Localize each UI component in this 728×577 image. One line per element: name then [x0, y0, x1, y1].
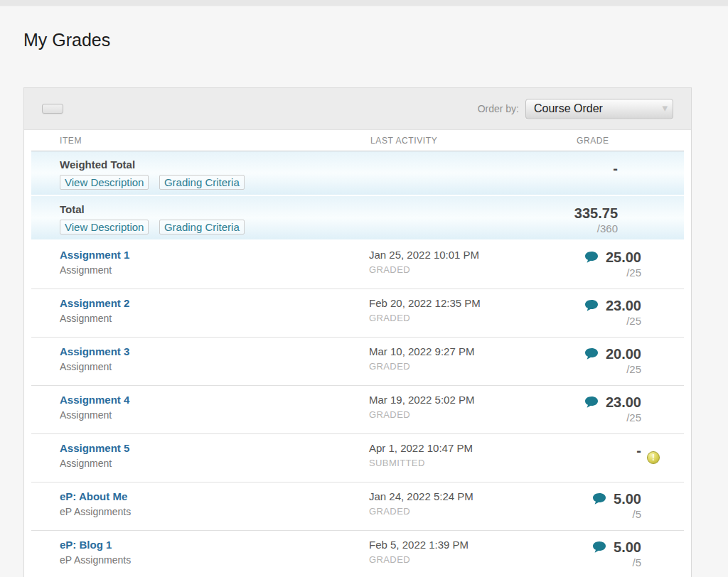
- status-label: SUBMITTED: [369, 458, 556, 468]
- column-header-grade: GRADE: [577, 136, 609, 146]
- table-row: eP: Blog 1 eP Assignments Feb 5, 2022 1:…: [24, 531, 691, 577]
- grade-value: 25.00: [606, 249, 641, 266]
- last-activity-date: Mar 19, 2022 5:02 PM: [369, 394, 556, 406]
- item-category: Assignment: [60, 264, 369, 276]
- comment-icon[interactable]: [584, 251, 599, 264]
- grade-value: 5.00: [614, 490, 641, 507]
- order-by-group: Order by: Course Order ▾: [478, 99, 673, 119]
- table-row: Assignment 1 Assignment Jan 25, 2022 10:…: [24, 241, 691, 289]
- summary-rows: Weighted Total View Description Grading …: [24, 151, 691, 239]
- tab-graded[interactable]: [77, 104, 99, 114]
- summary-title: Total: [60, 203, 549, 215]
- summary-grade-value: -: [549, 160, 618, 177]
- chevron-down-icon: ▾: [662, 102, 668, 113]
- item-title-link[interactable]: eP: About Me: [60, 490, 127, 502]
- tab-all[interactable]: [42, 104, 63, 114]
- table-row: Assignment 3 Assignment Mar 10, 2022 9:2…: [24, 338, 691, 386]
- page-title: My Grades: [23, 30, 728, 50]
- view-description-link[interactable]: View Description: [60, 220, 149, 234]
- comment-icon[interactable]: [592, 492, 606, 505]
- status-label: GRADED: [369, 313, 556, 323]
- table-row: Assignment 5 Assignment Apr 1, 2022 10:4…: [24, 434, 691, 482]
- last-activity-date: Jan 24, 2022 5:24 PM: [369, 490, 556, 502]
- last-activity-date: Apr 1, 2022 10:47 PM: [369, 442, 556, 454]
- item-title-link[interactable]: Assignment 4: [60, 394, 129, 406]
- column-header-item: ITEM: [60, 136, 82, 146]
- item-category: Assignment: [60, 458, 369, 469]
- alert-icon[interactable]: !: [647, 451, 660, 464]
- table-header: ITEM LAST ACTIVITY GRADE: [24, 130, 691, 151]
- last-activity-date: Feb 20, 2022 12:35 PM: [369, 297, 556, 309]
- tab-submitted[interactable]: [149, 104, 170, 114]
- grade-value: 23.00: [606, 394, 641, 411]
- table-row: Assignment 2 Assignment Feb 20, 2022 12:…: [24, 289, 691, 338]
- summary-grade-value: 335.75: [549, 205, 618, 222]
- item-category: eP Assignments: [60, 554, 369, 566]
- top-strip: [0, 0, 728, 6]
- grade-value: 20.00: [606, 345, 641, 362]
- grade-max: /25: [556, 315, 641, 327]
- grade-value: -: [636, 442, 641, 459]
- status-label: GRADED: [369, 506, 556, 517]
- grade-value: 23.00: [606, 297, 641, 314]
- last-activity-date: Jan 25, 2022 10:01 PM: [369, 249, 556, 261]
- grade-max: /25: [556, 411, 641, 424]
- table-row: Assignment 4 Assignment Mar 19, 2022 5:0…: [24, 386, 691, 434]
- item-category: Assignment: [60, 361, 369, 372]
- grade-max: /25: [556, 363, 641, 375]
- summary-row: Weighted Total View Description Grading …: [31, 151, 684, 195]
- item-category: eP Assignments: [60, 506, 369, 517]
- item-category: Assignment: [60, 409, 369, 421]
- grade-value: 5.00: [614, 539, 641, 556]
- grade-max: /360: [549, 222, 618, 234]
- table-row: eP: About Me eP Assignments Jan 24, 2022…: [24, 482, 691, 531]
- comment-icon[interactable]: [584, 396, 599, 409]
- tab-upcoming[interactable]: [113, 104, 134, 114]
- last-activity-date: Feb 5, 2022 1:39 PM: [369, 539, 556, 551]
- item-title-link[interactable]: Assignment 2: [60, 297, 129, 309]
- item-title-link[interactable]: eP: Blog 1: [60, 539, 112, 551]
- comment-icon[interactable]: [584, 299, 599, 312]
- grade-rows: Assignment 1 Assignment Jan 25, 2022 10:…: [24, 241, 691, 577]
- item-title-link[interactable]: Assignment 3: [60, 345, 129, 357]
- order-by-selected-value: Course Order: [534, 102, 603, 115]
- item-title-link[interactable]: Assignment 1: [60, 249, 129, 261]
- comment-icon[interactable]: [584, 347, 599, 360]
- status-label: GRADED: [369, 361, 556, 372]
- status-label: GRADED: [369, 554, 556, 565]
- grades-panel: Order by: Course Order ▾ ITEM LAST ACTIV…: [23, 87, 692, 577]
- grading-criteria-link[interactable]: Grading Criteria: [159, 175, 245, 190]
- status-label: GRADED: [369, 409, 556, 420]
- comment-icon[interactable]: [592, 541, 606, 554]
- last-activity-date: Mar 10, 2022 9:27 PM: [369, 345, 556, 357]
- order-by-label: Order by:: [478, 103, 519, 114]
- view-description-link[interactable]: View Description: [60, 175, 149, 190]
- grading-criteria-link[interactable]: Grading Criteria: [159, 220, 245, 234]
- grade-max: /25: [556, 266, 641, 279]
- grade-max: /5: [556, 508, 641, 520]
- filter-tabs: [42, 104, 184, 114]
- item-category: Assignment: [60, 313, 369, 324]
- order-by-select[interactable]: Course Order ▾: [525, 99, 673, 119]
- summary-title: Weighted Total: [60, 158, 549, 171]
- grade-max: /5: [556, 556, 641, 568]
- filter-tab-bar: Order by: Course Order ▾: [24, 88, 691, 130]
- summary-row: Total View Description Grading Criteria …: [31, 196, 684, 239]
- column-header-last-activity: LAST ACTIVITY: [370, 136, 437, 146]
- item-title-link[interactable]: Assignment 5: [60, 442, 129, 454]
- status-label: GRADED: [369, 264, 556, 275]
